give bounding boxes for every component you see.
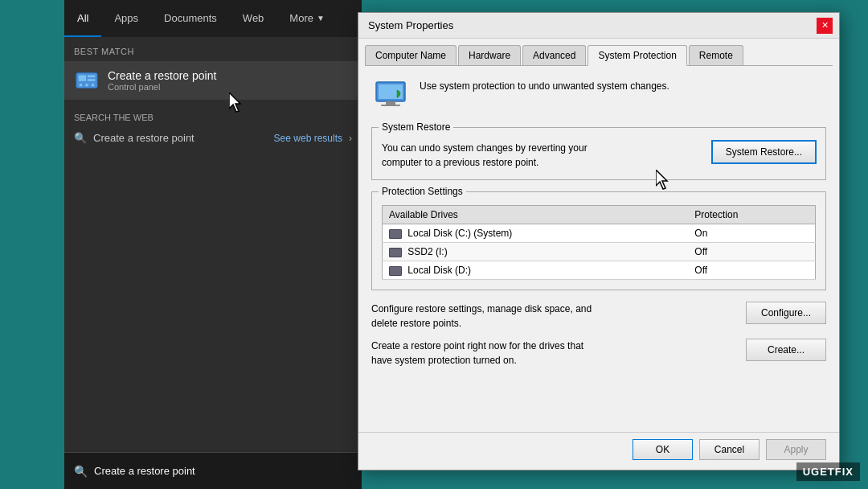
configure-row: Configure restore settings, manage disk … (371, 302, 826, 331)
tab-advanced[interactable]: Advanced (522, 45, 586, 65)
search-bar-icon: 🔍 (74, 465, 88, 478)
svg-rect-1 (79, 75, 86, 81)
system-restore-title: System Restore (379, 121, 453, 133)
drive-name-c: Local Disk (C:) (System) (383, 224, 689, 243)
tab-apps[interactable]: Apps (101, 0, 151, 37)
system-properties-dialog: System Properties ✕ Computer Name Hardwa… (358, 12, 840, 471)
see-web-results: See web results (274, 133, 342, 144)
hdd-icon-d (389, 266, 402, 276)
svg-rect-2 (88, 75, 95, 77)
system-restore-row: You can undo system changes by reverting… (382, 141, 816, 170)
configure-text: Configure restore settings, manage disk … (371, 302, 596, 331)
web-search-label: Search the web (64, 106, 362, 125)
drive-row-d: Local Disk (D:) Off (383, 261, 816, 280)
dialog-titlebar: System Properties ✕ (358, 13, 839, 39)
col-protection: Protection (688, 206, 815, 224)
hdd-icon-c (389, 229, 402, 239)
protection-settings-section: Protection Settings Available Drives Pro… (371, 191, 826, 290)
search-bar: 🔍 (64, 452, 362, 489)
tab-more[interactable]: More ▼ (276, 0, 338, 37)
search-input[interactable] (94, 465, 352, 477)
drive-protection-d: Off (688, 261, 815, 280)
best-match-text: Create a restore point Control panel (108, 69, 216, 92)
svg-point-4 (80, 84, 83, 87)
drive-name-i: SSD2 (I:) (383, 243, 689, 261)
close-button[interactable]: ✕ (817, 18, 833, 34)
drive-row-i: SSD2 (I:) Off (383, 243, 816, 261)
search-icon: 🔍 (74, 132, 87, 144)
svg-rect-3 (88, 79, 95, 81)
tab-web[interactable]: Web (230, 0, 277, 37)
tab-documents[interactable]: Documents (151, 0, 230, 37)
dialog-tabs: Computer Name Hardware Advanced System P… (358, 39, 839, 65)
protection-table: Available Drives Protection Local Disk (… (382, 205, 816, 280)
tab-all[interactable]: All (64, 0, 101, 37)
system-protection-icon (371, 76, 410, 114)
drive-protection-c: On (688, 224, 815, 243)
search-tabs: All Apps Documents Web More ▼ (64, 0, 362, 37)
best-match-subtitle: Control panel (108, 82, 216, 92)
web-search-section: Search the web 🔍 Create a restore point … (64, 103, 362, 154)
dialog-title: System Properties (368, 19, 453, 31)
watermark: UGETFIX (796, 462, 860, 481)
protection-settings-title: Protection Settings (379, 186, 466, 197)
dialog-body: Use system protection to undo unwanted s… (358, 66, 839, 432)
drive-name-d: Local Disk (D:) (383, 261, 689, 280)
hdd-icon-i (389, 248, 402, 257)
create-row: Create a restore point right now for the… (371, 339, 826, 368)
ok-button[interactable]: OK (633, 439, 693, 460)
system-restore-button[interactable]: System Restore... (712, 141, 816, 163)
best-match-item[interactable]: Create a restore point Control panel (64, 61, 362, 100)
best-match-section: Best match Create a restore point Contro… (64, 37, 362, 103)
configure-button[interactable]: Configure... (746, 302, 826, 324)
drive-protection-i: Off (688, 243, 815, 261)
create-text: Create a restore point right now for the… (371, 339, 596, 368)
dialog-header-text: Use system protection to undo unwanted s… (420, 76, 669, 93)
svg-rect-11 (381, 105, 400, 106)
dialog-header-row: Use system protection to undo unwanted s… (371, 76, 826, 114)
svg-point-5 (85, 84, 88, 87)
tab-hardware[interactable]: Hardware (458, 45, 521, 65)
search-panel: All Apps Documents Web More ▼ Best match (64, 0, 362, 489)
control-panel-icon (74, 68, 100, 93)
system-restore-text: You can undo system changes by reverting… (382, 141, 615, 170)
best-match-title: Create a restore point (108, 69, 216, 82)
col-available-drives: Available Drives (383, 206, 689, 224)
dialog-footer: OK Cancel Apply (358, 432, 839, 470)
svg-point-6 (92, 84, 95, 87)
drive-row-c: Local Disk (C:) (System) On (383, 224, 816, 243)
tab-computer-name[interactable]: Computer Name (365, 45, 457, 65)
arrow-right-icon: › (349, 133, 352, 144)
apply-button[interactable]: Apply (766, 439, 826, 460)
web-search-text: Create a restore point (93, 132, 268, 144)
best-match-label: Best match (64, 43, 362, 61)
tab-remote[interactable]: Remote (689, 45, 743, 65)
tab-system-protection[interactable]: System Protection (588, 45, 686, 66)
system-restore-section: System Restore You can undo system chang… (371, 127, 826, 180)
chevron-down-icon: ▼ (317, 14, 325, 23)
cancel-button[interactable]: Cancel (699, 439, 760, 460)
web-search-item[interactable]: 🔍 Create a restore point See web results… (64, 125, 362, 150)
svg-rect-10 (386, 101, 395, 105)
create-button[interactable]: Create... (746, 339, 826, 361)
